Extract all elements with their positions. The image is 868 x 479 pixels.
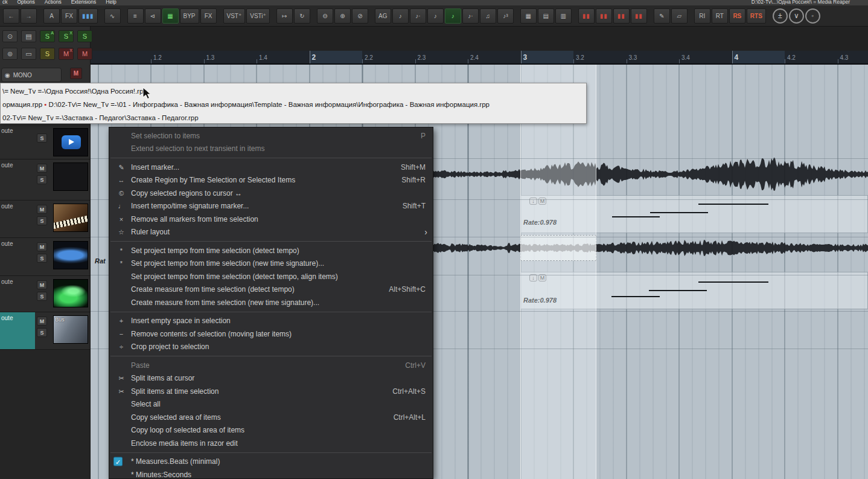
ri-button[interactable]: RI (694, 8, 710, 24)
insert-plug-icon[interactable]: ↦ (276, 8, 293, 24)
track-row[interactable]: outeMS (0, 238, 90, 276)
menu-item[interactable]: +Insert empty space in selection (109, 315, 433, 328)
menu-item[interactable]: ☆Ruler layout› (109, 226, 433, 239)
track-solo-button[interactable]: S (37, 254, 47, 263)
fader-red-3-icon[interactable]: ▮▮ (613, 8, 630, 24)
zoom-tool-3-icon[interactable]: ◦ (805, 8, 820, 24)
timeline-ruler[interactable]: 1.21.31.422.22.32.433.23.33.444.24.3 (91, 51, 868, 65)
menu-item[interactable]: *Set project tempo from time selection (… (109, 257, 433, 271)
zoom-tool-1-icon[interactable]: ± (773, 8, 788, 24)
menu-item[interactable]: Extend selection to next transient in it… (109, 143, 433, 156)
menu-item[interactable]: ©Copy selected regions to cursor ↔ (109, 187, 433, 200)
meter-bars-icon[interactable]: ▮▮▮ (78, 8, 98, 24)
route-button[interactable]: oute (1, 315, 13, 321)
m-button[interactable]: M (77, 48, 92, 60)
pencil-icon[interactable]: ✎ (654, 8, 670, 24)
sx-button[interactable]: SX (59, 30, 74, 42)
route-button[interactable]: oute (1, 162, 13, 169)
track-solo-button[interactable]: S (37, 133, 47, 143)
grid-dots-2-icon[interactable]: ▤ (538, 8, 554, 24)
route-button[interactable]: oute (1, 127, 13, 134)
s-button[interactable]: S (77, 30, 92, 42)
track-mute-button[interactable]: M (37, 205, 47, 214)
fader-red-1-icon[interactable]: ▮▮ (578, 8, 595, 24)
byp-button[interactable]: BYP (180, 8, 199, 24)
eraser-icon[interactable]: ▱ (671, 8, 688, 24)
note-dotted-icon[interactable]: ♪· (410, 8, 426, 24)
menu-item[interactable]: Select all (109, 398, 433, 411)
menu-item[interactable]: ✂Split items at time selectionCtrl+Alt+S (109, 385, 433, 398)
folder-icon[interactable]: ▭ (21, 48, 36, 60)
fader-red-2-icon[interactable]: ▮▮ (596, 8, 612, 24)
zoom-in-icon[interactable]: ⊕ (334, 8, 351, 24)
eye-zoom-icon[interactable]: ⊚ (2, 48, 18, 60)
note-eighth-icon[interactable]: ♪ (427, 8, 444, 24)
note-grid-icon[interactable]: ♪ (445, 8, 461, 24)
mute-button[interactable]: M (70, 68, 82, 79)
mixer-icon[interactable]: ≡ (127, 8, 144, 24)
menu-item[interactable]: ✂Split items at cursor (109, 372, 433, 385)
menubar-item[interactable]: Options (18, 0, 35, 5)
track-row[interactable]: outeS (0, 125, 90, 159)
sync-icon[interactable]: ↻ (294, 8, 310, 24)
mono-button[interactable]: ◉ MONO (1, 68, 62, 82)
menu-item[interactable]: Set project tempo from time selection (d… (109, 270, 433, 283)
zoom-tool-2-icon[interactable]: ∨ (789, 8, 804, 24)
grid-dots-3-icon[interactable]: ▥ (555, 8, 572, 24)
menubar-item[interactable]: Actions (45, 0, 62, 5)
track-solo-button[interactable]: S (37, 328, 47, 337)
zoom-out-icon[interactable]: ⊖ (317, 8, 333, 24)
rs-button[interactable]: RS (729, 8, 745, 24)
menu-item[interactable]: PasteCtrl+V (109, 359, 433, 372)
fx-button[interactable]: FX (61, 8, 77, 24)
sa-button[interactable]: SA (40, 30, 55, 42)
nav-back-icon[interactable]: ← (3, 8, 19, 24)
envelope-icon[interactable]: ∿ (104, 8, 121, 24)
track-mute-button[interactable]: M (37, 317, 47, 326)
track-solo-button[interactable]: S (37, 216, 47, 225)
track-row[interactable]: outeMS (0, 201, 90, 238)
menu-item[interactable]: −Remove contents of selection (moving la… (109, 327, 433, 341)
route-button[interactable]: oute (1, 278, 13, 285)
menu-item[interactable]: ↔Create Region by Time Selection or Sele… (109, 174, 433, 187)
menu-item[interactable]: Create measure from time selection (dete… (109, 283, 433, 297)
track-row[interactable]: outeMSBus (0, 312, 90, 350)
track-solo-button[interactable]: S (37, 292, 47, 301)
nav-forward-icon[interactable]: → (21, 8, 37, 24)
note-quarter-icon[interactable]: ♪ (392, 8, 409, 24)
menu-item[interactable]: Copy loop of selected area of items (109, 424, 433, 437)
vst-button[interactable]: VST⁺ (223, 8, 246, 24)
vsti-button[interactable]: VSTi⁺ (246, 8, 270, 24)
menu-item[interactable]: ✓* Measures.Beats (minimal) (109, 455, 433, 469)
time-selection-band[interactable] (520, 65, 596, 479)
menu-item[interactable]: ✎Insert marker...Shift+M (109, 161, 433, 174)
menu-item[interactable]: ×Remove all markers from time selection (109, 213, 433, 226)
menu-item[interactable]: ÷Crop project to selection (109, 341, 433, 354)
menu-item[interactable]: Enclose media items in razor edit (109, 437, 433, 450)
menu-item[interactable]: * Minutes:Seconds (109, 468, 433, 479)
rts-button[interactable]: RTS (747, 8, 766, 24)
speaker-icon[interactable]: ⊲ (145, 8, 161, 24)
route-button[interactable]: oute (1, 203, 13, 210)
fader-red-4-icon[interactable]: ▮▮ (631, 8, 647, 24)
rt-button[interactable]: RT (712, 8, 728, 24)
grid-dots-1-icon[interactable]: ▦ (520, 8, 537, 24)
track-solo-button[interactable]: S (37, 175, 47, 184)
track-mute-button[interactable]: M (37, 164, 47, 173)
track-row[interactable]: outeMS (0, 276, 90, 312)
note-double-icon[interactable]: ♫ (480, 8, 496, 24)
menu-item[interactable]: *Set project tempo from time selection (… (109, 244, 433, 257)
track-mute-button[interactable]: M (37, 280, 47, 289)
note-triplet-icon[interactable]: ♪³ (497, 8, 514, 24)
menubar-item[interactable]: Extensions (71, 0, 97, 5)
list-icon[interactable]: ▤ (21, 30, 36, 42)
zoom-q-icon[interactable]: ⊘ (352, 8, 368, 24)
fx-button[interactable]: FX (200, 8, 217, 24)
note-dotted2-icon[interactable]: ♪· (462, 8, 479, 24)
menu-item[interactable]: Create measure from time selection (new … (109, 296, 433, 309)
mx-button[interactable]: MX (59, 48, 74, 60)
menubar-item[interactable]: ck (2, 0, 8, 5)
menu-item[interactable]: ♩Insert tempo/time signature marker...Sh… (109, 200, 433, 213)
menu-item[interactable]: Copy selected area of itemsCtrl+Alt+L (109, 411, 433, 424)
monitor-icon[interactable]: ▦ (162, 8, 179, 24)
